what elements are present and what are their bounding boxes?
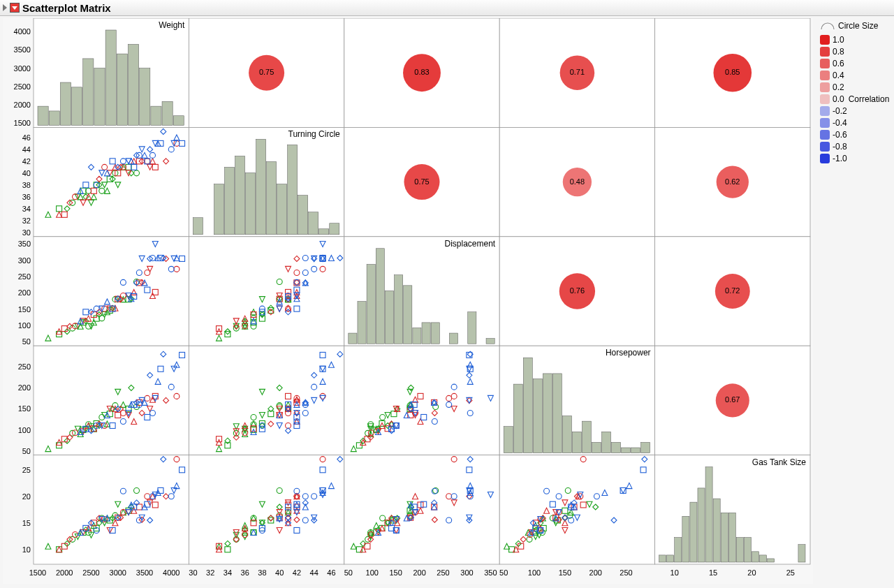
svg-rect-112 [277, 184, 287, 235]
svg-text:250: 250 [620, 568, 632, 577]
svg-text:42: 42 [22, 157, 31, 166]
svg-text:200: 200 [589, 568, 602, 577]
legend-tick: 0.8 [820, 45, 889, 57]
svg-rect-861 [690, 502, 697, 562]
svg-rect-282 [358, 302, 366, 344]
svg-rect-534 [513, 384, 522, 453]
svg-text:38: 38 [258, 568, 266, 577]
legend-tick: -0.4 [820, 117, 889, 128]
svg-rect-12 [162, 101, 173, 125]
svg-rect-6 [94, 68, 105, 126]
svg-text:0.85: 0.85 [725, 68, 740, 76]
svg-rect-281 [349, 333, 357, 344]
svg-rect-288 [413, 328, 421, 344]
svg-text:0.75: 0.75 [414, 177, 429, 186]
svg-rect-10 [140, 68, 150, 126]
svg-rect-541 [582, 421, 591, 453]
svg-text:36: 36 [241, 568, 249, 577]
svg-text:300: 300 [460, 568, 473, 577]
svg-rect-287 [404, 286, 412, 344]
svg-rect-109 [246, 173, 256, 235]
svg-text:50: 50 [499, 568, 508, 577]
svg-rect-11 [151, 106, 161, 125]
svg-rect-289 [422, 323, 430, 344]
titlebar: Scatterplot Matrix [0, 0, 894, 16]
svg-rect-296 [486, 339, 494, 344]
svg-text:0.72: 0.72 [725, 286, 740, 295]
svg-text:34: 34 [224, 568, 232, 577]
svg-text:350: 350 [18, 240, 31, 248]
svg-text:20: 20 [747, 568, 756, 577]
svg-rect-294 [468, 312, 476, 344]
svg-text:36: 36 [22, 193, 31, 201]
legend-tick: 0.0Correlation [820, 93, 889, 105]
svg-rect-4 [72, 87, 82, 126]
svg-rect-104 [193, 218, 203, 235]
svg-rect-1 [38, 106, 48, 125]
svg-text:42: 42 [293, 568, 301, 577]
svg-text:3000: 3000 [110, 568, 126, 577]
svg-rect-862 [698, 488, 705, 562]
svg-rect-114 [298, 196, 308, 235]
svg-text:Turning Circle: Turning Circle [288, 129, 341, 139]
svg-rect-543 [601, 432, 610, 453]
svg-rect-9 [128, 44, 138, 125]
circle-size-icon [820, 21, 835, 31]
svg-text:Weight: Weight [159, 20, 185, 30]
svg-text:10: 10 [670, 568, 679, 577]
svg-rect-540 [572, 432, 581, 453]
app-window: Scatterplot Matrix Weight0.750.830.710.8… [0, 0, 894, 588]
svg-text:2000: 2000 [56, 568, 73, 577]
svg-rect-292 [449, 333, 457, 344]
svg-rect-128 [34, 237, 189, 346]
svg-text:10: 10 [22, 545, 31, 554]
svg-rect-535 [523, 358, 532, 453]
svg-text:50: 50 [22, 447, 31, 455]
svg-rect-110 [256, 139, 266, 234]
svg-rect-106 [214, 184, 224, 235]
svg-rect-13 [173, 116, 184, 126]
disclosure-triangle-icon[interactable] [3, 4, 7, 11]
svg-rect-284 [376, 249, 384, 344]
svg-text:250: 250 [18, 362, 31, 371]
svg-rect-868 [744, 538, 751, 562]
legend-tick: 0.6 [820, 57, 889, 69]
svg-text:0.62: 0.62 [725, 177, 740, 186]
scatterplot-matrix[interactable]: Weight0.750.830.710.85Turning Circle0.75… [0, 15, 816, 588]
svg-text:100: 100 [366, 568, 379, 577]
svg-text:46: 46 [22, 133, 31, 142]
svg-rect-290 [431, 323, 439, 344]
legend-tick: -0.6 [820, 128, 889, 140]
svg-text:15: 15 [22, 519, 31, 527]
svg-rect-857 [659, 555, 666, 562]
svg-rect-538 [552, 374, 562, 453]
svg-text:40: 40 [22, 169, 31, 177]
svg-text:20: 20 [22, 492, 31, 501]
svg-rect-7 [105, 30, 116, 125]
svg-text:150: 150 [18, 404, 31, 413]
svg-text:3500: 3500 [136, 568, 153, 577]
svg-text:Gas Tank Size: Gas Tank Size [752, 457, 806, 467]
svg-text:150: 150 [18, 305, 31, 314]
svg-text:25: 25 [22, 466, 31, 474]
legend-tick: -0.8 [820, 140, 889, 152]
svg-text:44: 44 [310, 568, 318, 577]
svg-text:350: 350 [484, 568, 497, 577]
svg-rect-866 [728, 513, 735, 562]
svg-text:3000: 3000 [14, 64, 31, 73]
svg-text:1500: 1500 [29, 568, 46, 577]
svg-text:15: 15 [709, 568, 717, 577]
svg-text:0.67: 0.67 [725, 395, 740, 404]
svg-text:32: 32 [22, 216, 31, 225]
svg-text:30: 30 [22, 228, 31, 237]
svg-text:50: 50 [22, 337, 31, 346]
svg-rect-456 [344, 346, 499, 455]
svg-text:100: 100 [18, 426, 31, 434]
red-hotspot-menu-icon[interactable] [10, 3, 20, 13]
svg-text:2500: 2500 [14, 82, 31, 91]
svg-rect-537 [543, 374, 552, 453]
svg-text:38: 38 [22, 181, 31, 189]
svg-rect-547 [641, 442, 650, 453]
svg-rect-536 [533, 379, 542, 453]
svg-text:0.48: 0.48 [570, 177, 585, 186]
